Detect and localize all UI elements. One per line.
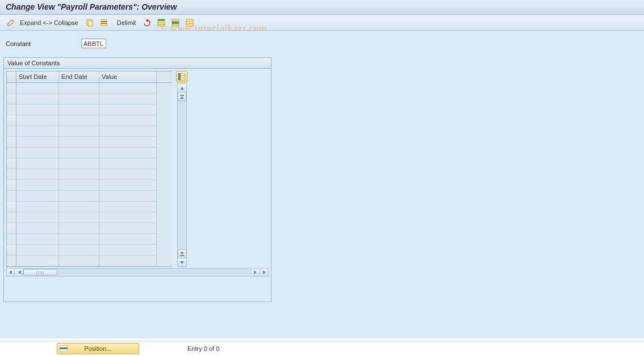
- cell-value[interactable]: [99, 245, 157, 256]
- cell-end-date[interactable]: [59, 94, 99, 104]
- cell-value[interactable]: [99, 234, 157, 245]
- cell-value[interactable]: [99, 94, 157, 104]
- toggle-edit-button[interactable]: [5, 17, 17, 28]
- delete-button[interactable]: [98, 17, 110, 28]
- table-row[interactable]: [7, 126, 172, 137]
- cell-start-date[interactable]: [16, 104, 59, 115]
- cell-value[interactable]: [99, 148, 157, 158]
- table-row[interactable]: [7, 83, 172, 94]
- table-row[interactable]: [7, 202, 172, 212]
- constant-input[interactable]: [81, 39, 106, 48]
- position-button[interactable]: Position...: [57, 343, 139, 354]
- col-value[interactable]: Value: [99, 72, 157, 82]
- scroll-page-up-button[interactable]: [178, 93, 186, 101]
- scroll-down-button[interactable]: [178, 258, 186, 266]
- scroll-right-button[interactable]: [252, 268, 260, 277]
- cell-start-date[interactable]: [16, 126, 59, 137]
- scroll-first-button[interactable]: [6, 268, 15, 277]
- cell-value[interactable]: [99, 191, 157, 202]
- cell-value[interactable]: [99, 115, 157, 126]
- cell-end-date[interactable]: [59, 245, 99, 256]
- constants-table[interactable]: Start Date End Date Value: [6, 71, 172, 267]
- cell-end-date[interactable]: [59, 137, 99, 148]
- row-selector-header[interactable]: [7, 72, 16, 82]
- scroll-thumb[interactable]: [23, 269, 57, 275]
- cell-start-date[interactable]: [16, 212, 59, 223]
- cell-start-date[interactable]: [16, 115, 59, 126]
- scroll-left-button[interactable]: [15, 268, 23, 277]
- cell-start-date[interactable]: [16, 169, 59, 180]
- cell-value[interactable]: [99, 104, 157, 115]
- cell-value[interactable]: [99, 169, 157, 180]
- cell-end-date[interactable]: [59, 158, 99, 169]
- row-selector[interactable]: [7, 256, 16, 266]
- scroll-last-button[interactable]: [260, 268, 269, 277]
- table-row[interactable]: [7, 104, 172, 115]
- cell-end-date[interactable]: [59, 234, 99, 245]
- cell-end-date[interactable]: [59, 169, 99, 180]
- expand-collapse-button[interactable]: Expand <-> Collapse: [19, 17, 82, 28]
- cell-end-date[interactable]: [59, 223, 99, 234]
- scroll-up-button[interactable]: [178, 84, 186, 93]
- select-all-button[interactable]: [155, 17, 168, 28]
- deselect-all-button[interactable]: [183, 17, 196, 28]
- row-selector[interactable]: [7, 234, 16, 245]
- cell-start-date[interactable]: [16, 245, 59, 256]
- table-row[interactable]: [7, 148, 172, 158]
- cell-start-date[interactable]: [16, 256, 59, 266]
- row-selector[interactable]: [7, 169, 16, 180]
- table-row[interactable]: [7, 234, 172, 245]
- row-selector[interactable]: [7, 158, 16, 169]
- cell-value[interactable]: [99, 223, 157, 234]
- cell-end-date[interactable]: [59, 212, 99, 223]
- copy-button[interactable]: [83, 17, 96, 28]
- cell-end-date[interactable]: [59, 104, 99, 115]
- undo-button[interactable]: [141, 17, 153, 28]
- cell-start-date[interactable]: [16, 234, 59, 245]
- table-row[interactable]: [7, 212, 172, 223]
- row-selector[interactable]: [7, 202, 16, 212]
- select-block-button[interactable]: [169, 17, 182, 28]
- vertical-scrollbar[interactable]: [177, 83, 187, 267]
- cell-end-date[interactable]: [59, 148, 99, 158]
- col-start-date[interactable]: Start Date: [16, 72, 59, 82]
- row-selector[interactable]: [7, 83, 16, 94]
- table-row[interactable]: [7, 94, 172, 104]
- cell-end-date[interactable]: [59, 83, 99, 94]
- cell-end-date[interactable]: [59, 256, 99, 266]
- cell-value[interactable]: [99, 137, 157, 148]
- row-selector[interactable]: [7, 94, 16, 104]
- cell-end-date[interactable]: [59, 115, 99, 126]
- table-row[interactable]: [7, 223, 172, 234]
- table-row[interactable]: [7, 115, 172, 126]
- row-selector[interactable]: [7, 245, 16, 256]
- cell-value[interactable]: [99, 158, 157, 169]
- cell-value[interactable]: [99, 126, 157, 137]
- table-settings-button[interactable]: [176, 71, 187, 82]
- table-row[interactable]: [7, 191, 172, 202]
- cell-start-date[interactable]: [16, 223, 59, 234]
- row-selector[interactable]: [7, 223, 16, 234]
- table-row[interactable]: [7, 245, 172, 256]
- row-selector[interactable]: [7, 180, 16, 191]
- horizontal-scrollbar[interactable]: [6, 268, 269, 277]
- scroll-page-down-button[interactable]: [178, 249, 186, 258]
- table-row[interactable]: [7, 158, 172, 169]
- col-end-date[interactable]: End Date: [59, 72, 99, 82]
- row-selector[interactable]: [7, 137, 16, 148]
- cell-end-date[interactable]: [59, 202, 99, 212]
- row-selector[interactable]: [7, 126, 16, 137]
- table-row[interactable]: [7, 256, 172, 266]
- table-row[interactable]: [7, 169, 172, 180]
- cell-value[interactable]: [99, 212, 157, 223]
- cell-start-date[interactable]: [16, 83, 59, 94]
- row-selector[interactable]: [7, 148, 16, 158]
- cell-start-date[interactable]: [16, 137, 59, 148]
- cell-start-date[interactable]: [16, 158, 59, 169]
- cell-end-date[interactable]: [59, 191, 99, 202]
- cell-start-date[interactable]: [16, 191, 59, 202]
- cell-start-date[interactable]: [16, 180, 59, 191]
- delimit-button[interactable]: Delimit: [116, 17, 140, 28]
- row-selector[interactable]: [7, 104, 16, 115]
- row-selector[interactable]: [7, 191, 16, 202]
